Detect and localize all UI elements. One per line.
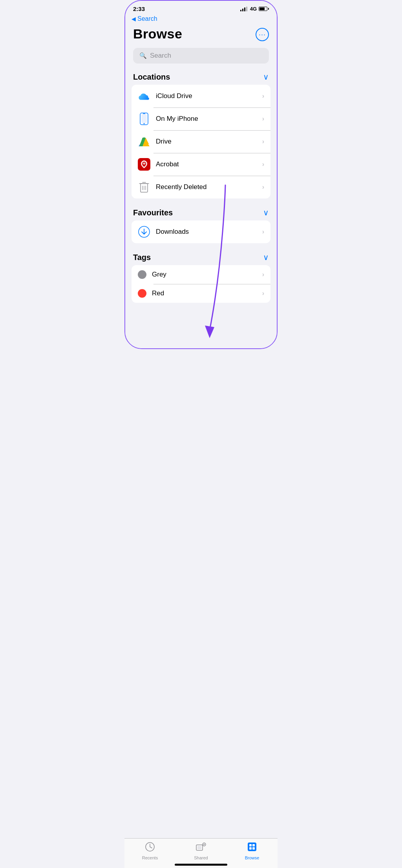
search-container: 🔍 Search	[125, 45, 277, 69]
network-type: 4G	[250, 6, 257, 12]
chevron-right-icon: ›	[262, 93, 264, 100]
list-item[interactable]: Downloads ›	[132, 220, 270, 243]
search-icon: 🔍	[139, 52, 147, 59]
list-item[interactable]: Red ›	[132, 284, 270, 303]
battery-icon	[259, 7, 269, 11]
svg-rect-3	[143, 113, 145, 114]
locations-section-header[interactable]: Locations ∨	[125, 69, 277, 85]
acrobat-label: Acrobat	[156, 160, 262, 168]
more-options-button[interactable]: ···	[256, 28, 269, 41]
chevron-right-icon: ›	[262, 290, 264, 297]
signal-icon	[240, 7, 247, 11]
list-item[interactable]: iCloud Drive ›	[132, 85, 270, 107]
acrobat-icon	[138, 158, 150, 171]
trash-icon	[138, 181, 150, 193]
status-icons: 4G	[240, 6, 269, 12]
main-content: Locations ∨ iCloud	[125, 69, 277, 348]
page-title: Browse	[133, 26, 182, 42]
icloud-drive-label: iCloud Drive	[156, 92, 262, 100]
more-dots-icon: ···	[259, 31, 266, 38]
back-label: Search	[137, 15, 157, 22]
favourites-section-header[interactable]: Favourites ∨	[125, 205, 277, 220]
chevron-right-icon: ›	[262, 271, 264, 278]
iphone-icon	[138, 113, 150, 125]
favourites-chevron-icon: ∨	[263, 208, 269, 217]
search-bar[interactable]: 🔍 Search	[133, 48, 269, 64]
chevron-right-icon: ›	[262, 115, 264, 122]
icloud-icon	[138, 90, 150, 102]
status-time: 2:33	[133, 5, 145, 12]
red-tag-dot	[138, 289, 146, 298]
tags-section-header[interactable]: Tags ∨	[125, 249, 277, 265]
list-item[interactable]: Recently Deleted ›	[132, 176, 270, 198]
locations-title: Locations	[133, 73, 170, 82]
chevron-right-icon: ›	[262, 161, 264, 168]
downloads-label: Downloads	[156, 228, 262, 236]
tags-list: Grey › Red ›	[132, 265, 270, 303]
red-tag-label: Red	[152, 289, 262, 297]
chevron-right-icon: ›	[262, 138, 264, 145]
locations-list: iCloud Drive › On My iPhone ›	[132, 85, 270, 198]
back-button[interactable]: ◀ Search	[132, 15, 269, 22]
grey-tag-dot	[138, 270, 146, 279]
svg-rect-1	[141, 114, 147, 123]
downloads-icon	[138, 226, 150, 238]
search-placeholder: Search	[150, 52, 171, 60]
svg-point-2	[144, 123, 145, 124]
recently-deleted-label: Recently Deleted	[156, 183, 262, 191]
grey-tag-label: Grey	[152, 271, 262, 278]
back-nav: ◀ Search	[125, 15, 277, 25]
tags-title: Tags	[133, 253, 151, 262]
chevron-right-icon: ›	[262, 228, 264, 235]
locations-chevron-icon: ∨	[263, 72, 269, 82]
on-my-iphone-label: On My iPhone	[156, 115, 262, 123]
list-item[interactable]: Acrobat ›	[132, 153, 270, 176]
tags-chevron-icon: ∨	[263, 253, 269, 262]
drive-label: Drive	[156, 138, 262, 146]
list-item[interactable]: Drive ›	[132, 130, 270, 153]
chevron-right-icon: ›	[262, 184, 264, 191]
status-bar: 2:33 4G	[125, 1, 277, 15]
favourites-list: Downloads ›	[132, 220, 270, 243]
list-item[interactable]: On My iPhone ›	[132, 107, 270, 130]
svg-marker-14	[205, 326, 214, 338]
back-chevron-icon: ◀	[132, 16, 136, 22]
page-header: Browse ···	[125, 25, 277, 45]
list-item[interactable]: Grey ›	[132, 265, 270, 284]
favourites-title: Favourites	[133, 208, 173, 217]
google-drive-icon	[138, 135, 150, 148]
